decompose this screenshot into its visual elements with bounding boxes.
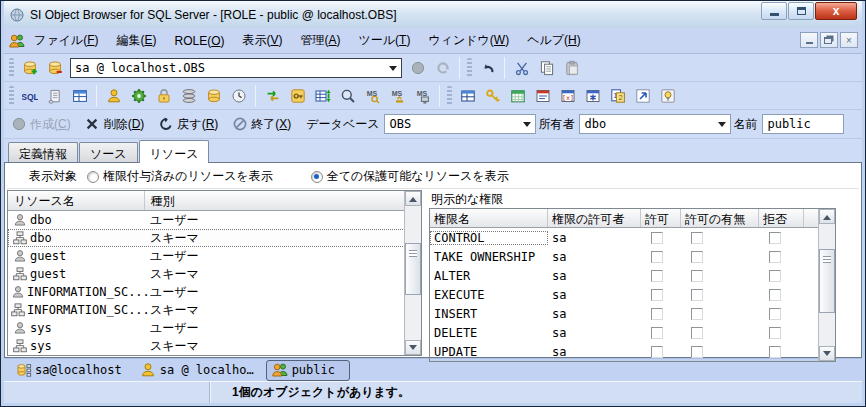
deny-checkbox[interactable] [769,251,781,263]
toolbar-drag-handle[interactable] [9,86,14,106]
remove-connection-button[interactable] [42,56,67,80]
permission-row[interactable]: TAKE OWNERSHIP sa [430,247,835,266]
database-combobox[interactable]: OBS [384,114,536,134]
deny-checkbox[interactable] [769,327,781,339]
menu-role[interactable]: ROLE(O) [165,30,233,52]
mdi-minimize-button[interactable] [800,32,818,48]
compare-button[interactable]: 12 [605,84,630,108]
server-object-button[interactable] [176,84,201,108]
create-button[interactable]: 作成(C) [10,116,71,133]
permission-row[interactable]: EXECUTE sa [430,285,835,304]
grant-checkbox[interactable] [651,289,663,301]
ms-search-button[interactable]: MS [360,84,385,108]
menu-file[interactable]: ファイル(F) [25,28,107,53]
column-grant[interactable]: 許可 [641,209,681,227]
column-resource-name[interactable]: リソース名 [8,191,145,210]
jump-button[interactable] [630,84,655,108]
ms-computer-button[interactable]: MS [410,84,435,108]
grant-checkbox[interactable] [651,251,663,263]
scroll-down-button[interactable] [819,346,835,361]
radio-granted-resources[interactable] [87,171,99,183]
ms-build-button[interactable]: MS [385,84,410,108]
grant-checkbox[interactable] [651,346,663,358]
column-permission-name[interactable]: 権限名 [430,209,548,227]
resource-table-scrollbar[interactable] [404,191,421,355]
grant-checkbox[interactable] [651,308,663,320]
paste-button[interactable] [559,56,584,80]
grid-view-button[interactable] [67,84,92,108]
new-window-button[interactable] [580,84,605,108]
permission-row[interactable]: ALTER sa [430,266,835,285]
grant-checkbox[interactable] [651,232,663,244]
sync-button[interactable] [260,84,285,108]
taskbar-item-public[interactable]: public [266,360,350,381]
deny-checkbox[interactable] [769,346,781,358]
close-button[interactable]: x [815,2,857,20]
undo-button[interactable] [475,56,500,80]
revert-button[interactable]: 戻す(R) [157,116,218,133]
with-grant-checkbox[interactable] [691,232,703,244]
menu-tools[interactable]: ツール(T) [350,28,420,53]
close-window-button[interactable]: [x] [555,84,580,108]
toolbar-drag-handle[interactable] [467,58,472,78]
owner-combobox[interactable]: dbo [579,114,731,134]
key-manager-button[interactable] [285,84,310,108]
tab-resource[interactable]: リソース [139,140,210,163]
add-connection-button[interactable] [17,56,42,80]
script-button[interactable] [42,84,67,108]
with-grant-checkbox[interactable] [691,308,703,320]
with-grant-checkbox[interactable] [691,251,703,263]
menu-help[interactable]: ヘルプ(H) [518,28,590,53]
scroll-down-button[interactable] [405,340,421,355]
refresh-button[interactable] [430,56,455,80]
restore-button[interactable] [788,2,814,20]
cut-button[interactable] [509,56,534,80]
window-list-button[interactable] [530,84,555,108]
scrollbar-thumb[interactable] [405,243,421,295]
user-object-button[interactable] [101,84,126,108]
menu-window[interactable]: ウィンドウ(W) [419,28,518,53]
column-grantor[interactable]: 権限の許可者 [548,209,641,227]
table-sync-button[interactable] [310,84,335,108]
table-list-button[interactable] [455,84,480,108]
exit-button[interactable]: 終了(X) [231,116,291,133]
table-row[interactable]: INFORMATION_SC... スキーマ [8,301,421,319]
copy-button[interactable] [534,56,559,80]
taskbar-item-user[interactable]: sa @ localho… [134,361,260,380]
table-row[interactable]: guest ユーザー [8,247,421,265]
connection-combobox[interactable]: sa @ localhost.OBS [70,58,402,78]
with-grant-checkbox[interactable] [691,346,703,358]
grant-checkbox[interactable] [651,327,663,339]
job-object-button[interactable] [226,84,251,108]
role-object-button[interactable] [126,84,151,108]
with-grant-checkbox[interactable] [691,327,703,339]
deny-checkbox[interactable] [769,232,781,244]
with-grant-checkbox[interactable] [691,289,703,301]
with-grant-checkbox[interactable] [691,270,703,282]
mdi-restore-button[interactable] [820,32,838,48]
deny-checkbox[interactable] [769,308,781,320]
database-object-button[interactable] [201,84,226,108]
table-row[interactable]: INFORMATION_SC... ユーザー [8,283,421,301]
hint-button[interactable] [655,84,680,108]
menu-manage[interactable]: 管理(A) [292,28,350,53]
toolbar-drag-handle[interactable] [9,58,14,78]
sql-search-button[interactable] [335,84,360,108]
scroll-up-button[interactable] [405,191,421,206]
radio-all-resources[interactable] [311,171,323,183]
deny-checkbox[interactable] [769,270,781,282]
menu-view[interactable]: 表示(V) [234,28,292,53]
scroll-up-button[interactable] [819,209,835,224]
delete-button[interactable]: 削除(D) [84,116,145,133]
permission-row[interactable]: DELETE sa [430,323,835,342]
table-row[interactable]: guest スキーマ [8,265,421,283]
permissions-table-scrollbar[interactable] [818,209,835,361]
tab-definition[interactable]: 定義情報 [8,142,78,162]
calendar-button[interactable] [505,84,530,108]
name-field[interactable] [762,114,844,134]
sql-editor-button[interactable]: SQL [17,84,42,108]
permission-row[interactable]: UPDATE sa [430,342,835,361]
grant-checkbox[interactable] [651,270,663,282]
primary-key-button[interactable] [480,84,505,108]
table-row[interactable]: dbo ユーザー [8,211,421,229]
